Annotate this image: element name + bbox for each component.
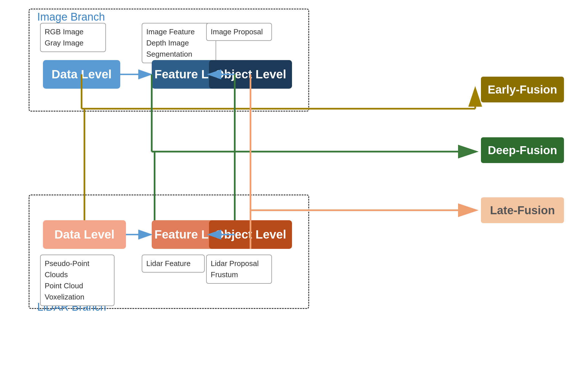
img-object-note: Image Proposal: [206, 23, 272, 41]
lidar-feature-note-line1: Lidar Feature: [146, 258, 200, 269]
late-fusion-box: Late-Fusion: [481, 197, 564, 223]
img-object-level: Object Level: [209, 60, 292, 89]
lidar-feature-note: Lidar Feature: [142, 255, 205, 273]
diagram-container: Image Branch LiDAR Branch RGB Image Gray…: [0, 0, 588, 377]
lidar-data-note: Pseudo-Point Clouds Point Cloud Voxeliza…: [40, 255, 115, 306]
img-data-note: RGB Image Gray Image: [40, 23, 106, 52]
img-data-level: Data Level: [43, 60, 120, 89]
image-branch-label: Image Branch: [37, 11, 105, 23]
img-data-note-line1: RGB Image: [45, 26, 101, 37]
lidar-object-level: Object Level: [209, 220, 292, 249]
lidar-object-note-line1: Lidar Proposal: [211, 258, 267, 269]
lidar-data-level: Data Level: [43, 220, 126, 249]
img-object-note-line1: Image Proposal: [211, 26, 267, 37]
deep-fusion-box: Deep-Fusion: [481, 137, 564, 163]
img-data-note-line2: Gray Image: [45, 37, 101, 49]
lidar-object-note: Lidar Proposal Frustum: [206, 255, 272, 284]
img-feature-note-line3: Segmentation: [146, 49, 212, 60]
lidar-data-note-line3: Voxelization: [45, 291, 110, 303]
lidar-data-note-line2: Point Cloud: [45, 280, 110, 291]
img-feature-note-line1: Image Feature: [146, 26, 212, 37]
img-feature-note-line2: Depth Image: [146, 37, 212, 49]
early-fusion-box: Early-Fusion: [481, 77, 564, 102]
lidar-data-note-line1: Pseudo-Point Clouds: [45, 258, 110, 280]
img-feature-note: Image Feature Depth Image Segmentation: [142, 23, 216, 63]
lidar-object-note-line2: Frustum: [211, 269, 267, 280]
